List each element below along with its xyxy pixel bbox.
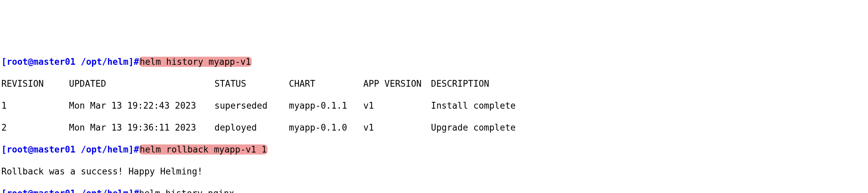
cell-updated: Mon Mar 13 19:36:11 2023 [69, 122, 214, 133]
cell-description: Install complete [431, 100, 867, 111]
cmd-line-2: [root@master01 /opt/helm]#helm rollback … [1, 144, 867, 155]
hdr-app-version: APP VERSION [363, 78, 431, 89]
hdr-status: STATUS [214, 78, 289, 89]
prompt: [root@master01 /opt/helm]# [1, 144, 139, 155]
cell-updated: Mon Mar 13 19:22:43 2023 [69, 100, 214, 111]
cell-revision: 1 [1, 100, 69, 111]
cell-version: v1 [363, 122, 431, 133]
hdr-chart: CHART [289, 78, 363, 89]
cmd-line-1: [root@master01 /opt/helm]#helm history m… [1, 56, 867, 67]
cmd-highlight: helm history myapp-v1 [139, 57, 252, 67]
terminal-output: [root@master01 /opt/helm]#helm history m… [1, 45, 867, 193]
cmd-highlight: helm rollback myapp-v1 1 [139, 144, 268, 155]
prompt: [root@master01 /opt/helm]# [1, 188, 139, 193]
cmd-text: helm history nginx [139, 188, 234, 193]
hdr-revision: REVISION [1, 78, 69, 89]
cell-version: v1 [363, 100, 431, 111]
table-row: 1Mon Mar 13 19:22:43 2023supersededmyapp… [1, 100, 867, 111]
hdr-updated: UPDATED [69, 78, 214, 89]
cell-status: deployed [214, 122, 289, 133]
table-row: 2Mon Mar 13 19:36:11 2023deployedmyapp-0… [1, 122, 867, 133]
rollback-message: Rollback was a success! Happy Helming! [1, 166, 867, 177]
hdr-description: DESCRIPTION [431, 78, 867, 89]
cell-revision: 2 [1, 122, 69, 133]
table-header: REVISIONUPDATEDSTATUSCHARTAPP VERSIONDES… [1, 78, 867, 89]
prompt: [root@master01 /opt/helm]# [1, 57, 139, 67]
cell-description: Upgrade complete [431, 122, 867, 133]
cell-chart: myapp-0.1.0 [289, 122, 363, 133]
cell-status: superseded [214, 100, 289, 111]
cmd-line-3: [root@master01 /opt/helm]#helm history n… [1, 188, 867, 193]
cell-chart: myapp-0.1.1 [289, 100, 363, 111]
